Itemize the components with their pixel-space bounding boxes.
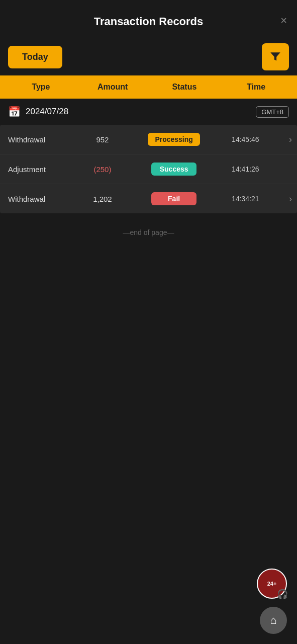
end-of-page-text: —end of page— [123, 228, 174, 236]
tx-time: 14:41:26 [213, 165, 278, 173]
chevron-right-icon: › [278, 194, 292, 204]
table-row[interactable]: Withdrawal 1,202 Fail 14:34:21 › [0, 184, 297, 213]
timezone-badge: GMT+8 [256, 106, 289, 118]
page-title: Transaction Records [94, 15, 204, 28]
filter-bar: Today [0, 38, 297, 75]
table-row[interactable]: Withdrawal 952 Processing 14:45:46 › [0, 125, 297, 154]
tx-status: Processing [135, 133, 213, 146]
status-badge: Success [151, 163, 196, 176]
header: Transaction Records × [0, 0, 297, 38]
funnel-icon [269, 50, 282, 63]
col-amount: Amount [77, 83, 149, 92]
date-label: 2024/07/28 [26, 107, 68, 117]
home-icon: ⌂ [270, 614, 276, 627]
today-button[interactable]: Today [8, 46, 62, 68]
tx-amount: 1,202 [70, 195, 135, 203]
col-time: Time [220, 83, 292, 92]
transaction-list: Withdrawal 952 Processing 14:45:46 › Adj… [0, 125, 297, 213]
tx-status: Fail [135, 192, 213, 205]
tx-type: Withdrawal [5, 135, 70, 144]
calendar-icon: 📅 [8, 106, 21, 118]
tx-type: Withdrawal [5, 195, 70, 203]
tx-type: Adjustment [5, 165, 70, 174]
tx-amount: 952 [70, 135, 135, 144]
headset-icon: 🎧 [277, 589, 288, 600]
tx-amount: (250) [70, 165, 135, 174]
status-badge: Fail [151, 192, 196, 205]
support-button[interactable]: 24+ 🎧 [257, 569, 287, 599]
chevron-right-icon: › [278, 134, 292, 145]
end-of-page: —end of page— [0, 213, 297, 252]
home-button[interactable]: ⌂ [260, 607, 287, 634]
support-label: 24+ [267, 581, 277, 587]
col-type: Type [5, 83, 77, 92]
close-button[interactable]: × [280, 15, 287, 26]
filter-button[interactable] [262, 43, 289, 70]
tx-status: Success [135, 163, 213, 176]
status-badge: Processing [148, 133, 200, 146]
tx-time: 14:45:46 [213, 135, 278, 143]
date-row: 📅 2024/07/28 GMT+8 [0, 99, 297, 125]
col-status: Status [149, 83, 221, 92]
tx-time: 14:34:21 [213, 195, 278, 203]
table-row: Adjustment (250) Success 14:41:26 [0, 154, 297, 184]
column-headers: Type Amount Status Time [0, 75, 297, 99]
